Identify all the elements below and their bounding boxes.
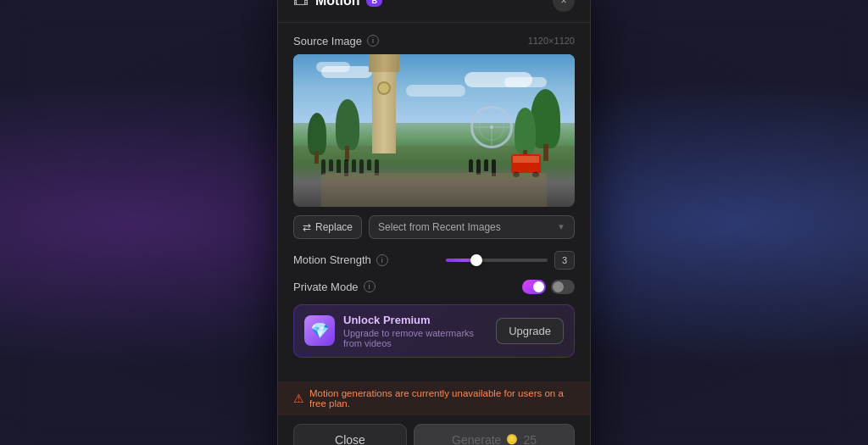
warning-text: Motion generations are currently unavail… xyxy=(309,388,575,409)
replace-label: Replace xyxy=(315,221,353,233)
generate-label: Generate xyxy=(452,433,501,446)
bigben-top xyxy=(369,54,399,72)
private-mode-toggle-on[interactable] xyxy=(522,280,546,294)
motion-strength-slider[interactable] xyxy=(446,259,548,262)
warning-icon: ⚠ xyxy=(293,392,304,405)
warning-bar: ⚠ Motion generations are currently unava… xyxy=(278,381,590,415)
source-image-container xyxy=(293,54,575,207)
replace-button[interactable]: ⇄ Replace xyxy=(293,215,362,239)
source-image-info-icon[interactable]: i xyxy=(367,35,379,47)
modal-body: Source Image i 1120×1120 xyxy=(278,23,590,381)
replace-icon: ⇄ xyxy=(303,221,311,233)
premium-banner: 💎 Unlock Premium Upgrade to remove water… xyxy=(293,304,575,358)
recent-images-label: Select from Recent Images xyxy=(378,221,501,233)
bigben xyxy=(372,69,396,153)
generate-cost: 25 xyxy=(523,433,537,446)
private-mode-text: Private Mode xyxy=(293,281,359,293)
motion-strength-info-icon[interactable]: i xyxy=(376,254,388,266)
cloud-2 xyxy=(316,62,350,72)
upgrade-button[interactable]: Upgrade xyxy=(496,318,564,344)
chevron-down-icon: ▼ xyxy=(557,222,565,231)
premium-text: Unlock Premium Upgrade to remove waterma… xyxy=(343,314,487,348)
london-image xyxy=(293,54,575,207)
motion-strength-text: Motion Strength xyxy=(293,253,371,266)
motion-strength-row: Motion Strength i 3 xyxy=(293,251,575,270)
close-footer-button[interactable]: Close xyxy=(293,424,407,446)
close-icon-button[interactable]: × xyxy=(553,0,575,12)
modal-title: Motion xyxy=(315,0,359,8)
private-mode-info-icon[interactable]: i xyxy=(364,281,376,292)
tree-3 xyxy=(531,89,560,161)
london-eye xyxy=(470,106,513,148)
motion-strength-label: Motion Strength i xyxy=(293,253,388,266)
header-left: 🎞 Motion β xyxy=(293,0,382,9)
tree-1 xyxy=(308,113,326,164)
diamond-icon: 💎 xyxy=(304,315,335,346)
coin-icon: 🪙 xyxy=(506,434,518,445)
image-dimensions: 1120×1120 xyxy=(528,36,575,46)
motion-strength-value: 3 xyxy=(554,251,575,270)
generate-button[interactable]: Generate 🪙 25 xyxy=(414,424,575,446)
walkway xyxy=(321,173,547,207)
premium-title: Unlock Premium xyxy=(343,314,487,326)
tree-2 xyxy=(336,99,359,161)
beta-badge: β xyxy=(366,0,382,7)
source-image-label-row: Source Image i 1120×1120 xyxy=(293,35,575,47)
source-image-label: Source Image xyxy=(293,35,362,47)
source-label-left: Source Image i xyxy=(293,35,379,47)
film-icon: 🎞 xyxy=(293,0,309,9)
modal-footer: Close Generate 🪙 25 xyxy=(278,415,590,446)
private-mode-toggle-off[interactable] xyxy=(551,280,575,294)
red-bus xyxy=(511,154,541,173)
private-mode-row: Private Mode i xyxy=(293,280,575,294)
modal-header: 🎞 Motion β × xyxy=(278,0,590,23)
motion-strength-control: 3 xyxy=(446,251,575,270)
cloud-4 xyxy=(504,77,547,87)
slider-thumb xyxy=(470,254,482,266)
replace-row: ⇄ Replace Select from Recent Images ▼ xyxy=(293,215,575,239)
cloud-5 xyxy=(406,85,465,97)
premium-subtitle: Upgrade to remove watermarks from videos xyxy=(343,328,487,348)
private-mode-label: Private Mode i xyxy=(293,281,376,293)
recent-images-dropdown[interactable]: Select from Recent Images ▼ xyxy=(369,215,575,239)
private-mode-toggles xyxy=(522,280,575,294)
motion-modal: 🎞 Motion β × Source Image i 1120×1120 xyxy=(277,0,591,445)
